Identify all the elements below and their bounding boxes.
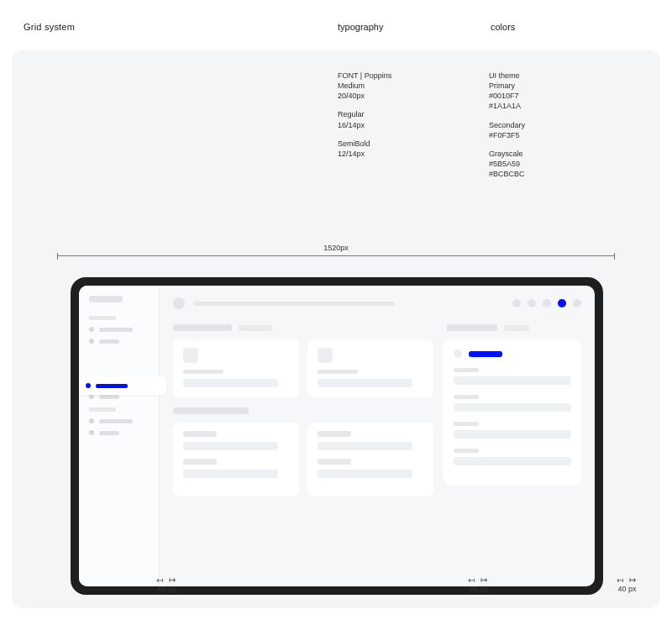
font-weight-2: SemiBold: [338, 139, 489, 149]
spec-panel: FONT | Poppins Medium 20/40px Regular 16…: [12, 50, 660, 608]
card-label: [183, 459, 217, 465]
card-label: [318, 459, 351, 465]
width-ruler-label: 1520px: [57, 244, 615, 252]
nav-item-label: [96, 384, 128, 388]
topbar: [173, 297, 581, 309]
outer-margin-label: 40 px: [617, 585, 638, 593]
font-size-0: 20/40px: [338, 91, 489, 101]
arrows-icon: ↤ ↦: [617, 576, 638, 585]
list-item-value: [454, 403, 571, 412]
notification-dot-icon[interactable]: [558, 299, 566, 307]
aside-subtitle: [504, 325, 529, 331]
info-card[interactable]: [307, 423, 433, 497]
dot-icon: [86, 383, 91, 388]
nav-item[interactable]: [89, 339, 150, 344]
outer-margin-right-metric: ↤ ↦ 40 px: [617, 576, 638, 593]
nav-item-label: [99, 339, 119, 344]
list-item-value: [454, 430, 571, 439]
dot-icon: [89, 430, 94, 435]
spacing-metrics: ↤ ↦ 40 px ↤ ↦ 25 px ↤ ↦ 40 px: [12, 576, 660, 603]
nav-item-active[interactable]: [79, 376, 166, 395]
card-value: [318, 379, 412, 387]
card-icon: [183, 348, 198, 363]
grayscale-color-1: #BCBCBC: [489, 169, 525, 179]
secondary-label: Secondary: [489, 120, 525, 130]
card-icon: [318, 348, 333, 363]
action-dot-icon[interactable]: [528, 299, 536, 307]
sidebar: [79, 286, 160, 586]
primary-color-0: #0010F7: [489, 91, 525, 101]
nav-item[interactable]: [89, 418, 150, 423]
heading-grid-system: Grid system: [24, 22, 338, 32]
topbar-actions: [512, 299, 581, 307]
action-dot-icon[interactable]: [543, 299, 551, 307]
dot-icon: [89, 339, 94, 344]
aside-card-title: [469, 351, 502, 357]
outer-margin-label: 40 px: [156, 585, 177, 593]
grayscale-color-0: #5B5A59: [489, 159, 525, 169]
card-label: [183, 431, 217, 437]
primary-label: Primary: [489, 81, 525, 91]
nav-item[interactable]: [89, 327, 150, 332]
gutter-label: 25 px: [468, 585, 489, 593]
gutter-metric: ↤ ↦ 25 px: [468, 576, 489, 593]
secondary-color-0: #F0F3F5: [489, 130, 525, 140]
nav-item-label: [99, 328, 133, 332]
card-label: [318, 431, 351, 437]
action-dot-icon[interactable]: [512, 299, 521, 307]
nav-group-1-label: [89, 316, 116, 320]
section-title: [173, 407, 249, 414]
arrows-icon: ↤ ↦: [468, 576, 489, 585]
dot-icon: [89, 327, 94, 332]
tablet-frame: [71, 277, 603, 595]
nav-item-label: [99, 419, 133, 423]
card-row: [183, 442, 278, 450]
color-specs: UI theme Primary #0010F7 #1A1A1A Seconda…: [489, 71, 525, 187]
width-ruler: 1520px: [57, 244, 615, 262]
font-size-2: 12/14px: [338, 149, 489, 159]
list-item-label: [454, 422, 479, 426]
font-weight-1: Regular: [338, 109, 489, 119]
card-row: [318, 470, 412, 478]
list-item-label: [454, 395, 479, 399]
nav-group-2-label: [89, 407, 116, 412]
heading-colors: colors: [491, 22, 515, 32]
card-row: [183, 470, 278, 478]
breadcrumb: [193, 302, 395, 306]
font-size-1: 16/14px: [338, 120, 489, 130]
card-value: [183, 379, 278, 387]
list-item-value: [454, 457, 571, 465]
arrows-icon: ↤ ↦: [156, 576, 177, 585]
logo-placeholder: [89, 296, 123, 302]
font-weight-0: Medium: [338, 81, 489, 91]
nav-item-label: [99, 395, 119, 399]
font-label: FONT | Poppins: [338, 71, 489, 81]
outer-margin-left-metric: ↤ ↦ 40 px: [156, 576, 177, 593]
avatar-icon[interactable]: [173, 297, 185, 309]
aside-card-icon: [454, 349, 462, 358]
list-item-label: [454, 449, 479, 453]
section-title: [173, 324, 232, 331]
action-dot-icon[interactable]: [573, 299, 581, 307]
stat-card[interactable]: [307, 339, 433, 397]
list-item-label: [454, 368, 479, 372]
card-label: [318, 370, 358, 374]
primary-color-1: #1A1A1A: [489, 101, 525, 111]
grayscale-label: Grayscale: [489, 149, 525, 159]
aside-card[interactable]: [444, 339, 581, 486]
ui-theme-label: UI theme: [489, 71, 525, 81]
aside-title: [447, 324, 497, 331]
main-content: [160, 286, 595, 586]
section-subtitle: [239, 325, 272, 331]
card-label: [183, 370, 223, 374]
tablet-screen: [79, 286, 595, 586]
nav-item[interactable]: [89, 430, 150, 435]
heading-typography: typography: [338, 22, 491, 32]
nav-item-label: [99, 431, 119, 435]
stat-card[interactable]: [173, 339, 299, 397]
info-card[interactable]: [173, 423, 299, 497]
typography-specs: FONT | Poppins Medium 20/40px Regular 16…: [338, 71, 489, 187]
dot-icon: [89, 418, 94, 423]
card-row: [318, 442, 412, 450]
list-item-value: [454, 376, 571, 385]
